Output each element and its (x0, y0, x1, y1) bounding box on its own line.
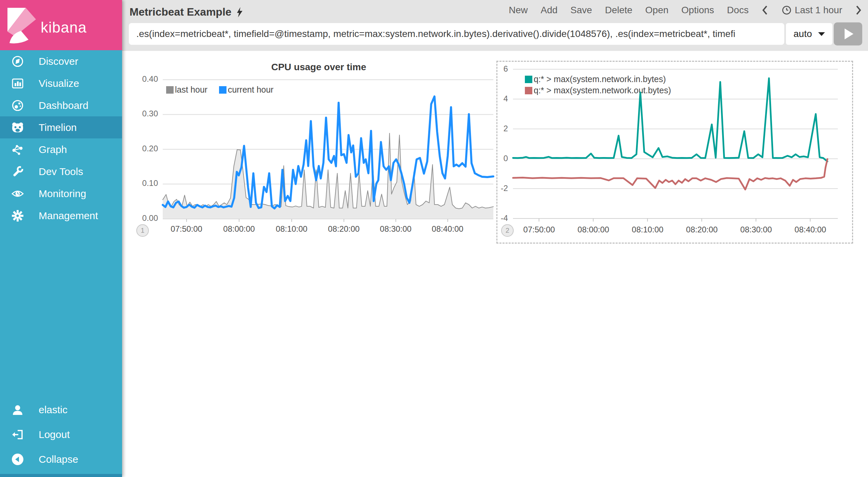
x-tick-label: 08:10:00 (622, 225, 673, 234)
x-tick-label: 08:30:00 (370, 224, 421, 234)
y-tick-label: 4 (480, 94, 508, 103)
toolbar-menu: New Add Save Delete Open Options Docs La… (509, 5, 863, 16)
new-button[interactable]: New (509, 5, 528, 16)
gear-icon (11, 209, 24, 223)
network-bytes-chart (513, 69, 838, 222)
chart1-title: CPU usage over time (163, 62, 475, 73)
x-tick-label: 08:40:00 (785, 225, 836, 234)
page-title: Metricbeat Example (130, 6, 243, 18)
dashboard-gauge-icon (11, 99, 24, 112)
x-tick-label: 08:20:00 (676, 225, 727, 234)
sidebar-item-label: Dev Tools (39, 166, 83, 177)
sidebar-item-monitoring[interactable]: Monitoring (0, 183, 122, 205)
x-tick-label: 08:10:00 (266, 224, 317, 234)
y-tick-label: 0.00 (129, 213, 158, 223)
time-picker-label: Last 1 hour (795, 5, 842, 16)
compass-icon (11, 55, 24, 68)
timelion-query-input[interactable] (129, 23, 784, 45)
x-tick-label: 08:00:00 (214, 224, 264, 234)
play-icon (845, 28, 853, 39)
sidebar-bottom: elastic Logout Collapse (0, 397, 122, 472)
sidebar: kibana Discover Visualize Dashboard Time… (0, 0, 122, 477)
sidebar-item-label: Discover (39, 56, 78, 67)
y-tick-label: -2 (480, 184, 508, 193)
sidebar-item-label: Graph (39, 144, 67, 155)
x-tick-label: 08:00:00 (568, 225, 619, 234)
kibana-logo-icon (5, 5, 39, 45)
sidebar-item-label: Monitoring (39, 188, 86, 199)
y-tick-label: 6 (480, 64, 508, 74)
sidebar-item-label: elastic (39, 404, 67, 416)
x-tick-label: 08:30:00 (731, 225, 782, 234)
graph-network-icon (11, 143, 24, 156)
sidebar-item-timelion[interactable]: Timelion (0, 116, 122, 138)
open-button[interactable]: Open (645, 5, 669, 16)
time-forward-button[interactable] (855, 5, 863, 16)
time-picker-button[interactable]: Last 1 hour (782, 5, 842, 16)
clock-icon (782, 5, 791, 15)
sidebar-item-label: Collapse (39, 454, 78, 465)
y-tick-label: 0.10 (129, 178, 158, 188)
sidebar-bottom-strip (0, 474, 122, 477)
lightning-bolt-icon (236, 7, 243, 17)
sidebar-item-dashboard[interactable]: Dashboard (0, 94, 122, 116)
sidebar-item-label: Management (39, 210, 98, 222)
kibana-wordmark: kibana (41, 19, 87, 36)
sidebar-item-label: Timelion (39, 122, 77, 133)
sidebar-item-label: Logout (39, 429, 70, 440)
interval-select[interactable]: auto (786, 23, 832, 45)
sidebar-item-label: Visualize (39, 78, 79, 89)
caret-down-icon (818, 32, 825, 36)
y-tick-label: 0.30 (129, 109, 158, 118)
docs-button[interactable]: Docs (727, 5, 749, 16)
run-query-button[interactable] (834, 22, 862, 45)
options-button[interactable]: Options (682, 5, 714, 16)
user-icon (11, 403, 24, 417)
sidebar-item-discover[interactable]: Discover (0, 50, 122, 72)
kibana-logo[interactable]: kibana (0, 0, 122, 50)
add-button[interactable]: Add (541, 5, 558, 16)
sheet-title-text: Metricbeat Example (130, 6, 232, 18)
sidebar-item-dev-tools[interactable]: Dev Tools (0, 160, 122, 183)
cpu-usage-chart (163, 80, 493, 222)
sidebar-item-graph[interactable]: Graph (0, 138, 122, 160)
y-tick-label: 0.40 (129, 74, 158, 84)
y-tick-label: 2 (480, 124, 508, 133)
x-tick-label: 07:50:00 (514, 225, 565, 234)
sidebar-nav: Discover Visualize Dashboard Timelion Gr… (0, 50, 122, 227)
sidebar-item-user-elastic[interactable]: elastic (0, 397, 122, 422)
kibana-timelion-app: { "sidebar": { "wordmark": "kibana", "it… (0, 0, 868, 477)
chart1-number-badge: 1 (136, 224, 149, 237)
x-tick-label: 08:20:00 (318, 224, 369, 234)
bar-chart-icon (11, 77, 24, 90)
y-tick-label: 0.20 (129, 144, 158, 153)
logout-icon (11, 428, 24, 441)
x-tick-label: 07:50:00 (161, 224, 212, 234)
chart2-number-badge: 2 (501, 224, 514, 237)
y-tick-label: -4 (480, 213, 508, 223)
delete-button[interactable]: Delete (605, 5, 632, 16)
save-button[interactable]: Save (570, 5, 592, 16)
interval-value: auto (793, 28, 812, 39)
timelion-bear-icon (11, 121, 24, 134)
time-back-button[interactable] (762, 5, 769, 16)
sidebar-item-visualize[interactable]: Visualize (0, 72, 122, 94)
x-tick-label: 08:40:00 (422, 224, 473, 234)
sidebar-item-collapse[interactable]: Collapse (0, 447, 122, 472)
eye-icon (11, 187, 24, 201)
collapse-circle-icon (11, 453, 24, 466)
wrench-icon (11, 165, 24, 178)
sidebar-item-logout[interactable]: Logout (0, 422, 122, 447)
y-tick-label: 0 (480, 154, 508, 163)
sidebar-item-label: Dashboard (39, 100, 88, 111)
sidebar-item-management[interactable]: Management (0, 205, 122, 227)
